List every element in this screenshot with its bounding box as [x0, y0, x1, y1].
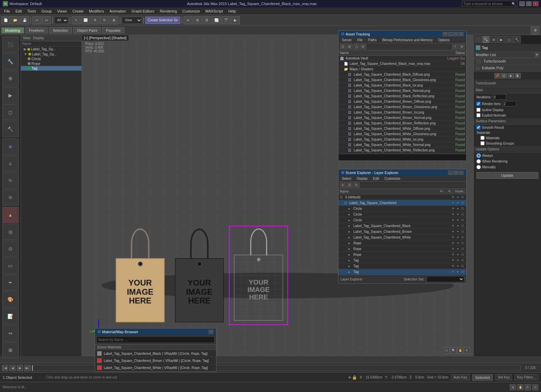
explicit-normals-checkbox[interactable]	[476, 113, 480, 117]
menu-edit[interactable]: Edit	[13, 8, 25, 14]
key-filters-btn[interactable]: Key Filters...	[515, 374, 538, 380]
se-row[interactable]: ● Tag ✱ ● ⊡	[338, 263, 466, 269]
create-panel-btn[interactable]: ⬛	[2, 36, 19, 53]
asset-row[interactable]: 🖼 Label_Tag_Square_Chamfered_Brown_Norma…	[338, 115, 466, 121]
paint-sel-btn[interactable]: 🎨	[2, 291, 19, 308]
open-btn[interactable]: 📂	[11, 16, 20, 24]
asset-row[interactable]: 🖼 Label_Tag_Square_Chamfered_Brown_lor.p…	[338, 110, 466, 115]
render-setup-btn[interactable]: 🎬	[221, 16, 230, 24]
asset-row[interactable]: 🖼 Label_Tag_Square_Chamfered_White_Gloss…	[338, 131, 466, 137]
scene-view-label[interactable]: View	[23, 36, 30, 40]
at-tool1[interactable]: ⊡	[340, 44, 346, 49]
render-iters-checkbox[interactable]	[476, 102, 480, 106]
at-minimize-btn[interactable]: _	[448, 32, 453, 36]
asset-row[interactable]: 🖼 Label_Tag_Square_Chamfered_White_lor.p…	[338, 137, 466, 142]
always-radio[interactable]	[476, 153, 481, 158]
time-end-btn[interactable]: ▶|	[24, 365, 30, 371]
select-object-btn[interactable]: ▲	[2, 207, 19, 223]
se-row[interactable]: ● Circle ✱ ● ⊡	[338, 217, 466, 223]
create-selection-btn[interactable]: Create Selection Se	[145, 17, 180, 24]
isoline-checkbox[interactable]	[476, 108, 480, 112]
new-btn[interactable]: 📄	[1, 16, 10, 24]
menu-graph-editors[interactable]: Graph Editors	[129, 8, 157, 14]
save-btn[interactable]: 💾	[20, 16, 29, 24]
orbit-btn[interactable]: ↻	[464, 347, 470, 353]
asset-row[interactable]: 🖼 Label_Tag_Square_Chamfered_Black_lor.p…	[338, 83, 466, 88]
at-menu-paths[interactable]: Paths	[366, 38, 379, 42]
make-unique-btn[interactable]: ◈	[508, 73, 514, 78]
move-btn[interactable]: ✛	[91, 16, 99, 24]
render-iters-input[interactable]	[503, 101, 516, 106]
menu-create[interactable]: Create	[70, 8, 86, 14]
se-close-btn[interactable]: ×	[459, 171, 464, 175]
mirror-btn[interactable]: ⇔	[184, 16, 192, 24]
align-btn[interactable]: ⊟	[193, 16, 202, 24]
tab-object-paint[interactable]: Object Paint	[73, 27, 101, 33]
asset-row[interactable]: 🖼 Label_Tag_Square_Chamfered_Brown_Diffu…	[338, 99, 466, 104]
se-maximize-btn[interactable]: □	[453, 171, 458, 175]
remove-modifier-btn[interactable]: 🗑	[515, 73, 521, 78]
material-row[interactable]: Label_Tag_Square_Chamfered_Brown ( VRayM…	[95, 357, 216, 364]
zoom-btn[interactable]: 🔍	[450, 347, 456, 353]
at-help-btn[interactable]: ?	[443, 32, 447, 36]
se-row[interactable]: ● Label_Tag_Square_Chamfered_Brown ✱ ● ⊡	[338, 229, 466, 235]
tab-freeform[interactable]: Freeform	[25, 27, 48, 33]
at-options2[interactable]: ⚙	[459, 44, 465, 49]
snap-toggle-btn[interactable]: ⊞	[2, 139, 19, 155]
view-dropdown[interactable]: View	[122, 17, 142, 24]
time-prev-btn[interactable]: ◀	[9, 365, 16, 371]
se-menu-customize[interactable]: Customize	[382, 176, 402, 181]
rpanel-create[interactable]: ⬛	[474, 36, 482, 43]
select-btn[interactable]: ↖	[72, 16, 80, 24]
viewport-pan-btn[interactable]: ✋	[517, 384, 523, 390]
modifier-edpoly[interactable]: ◻ Editable Poly	[474, 65, 541, 72]
utilities-panel-btn[interactable]: 🔨	[2, 121, 19, 137]
se-minimize-btn[interactable]: _	[448, 171, 453, 175]
redo-btn[interactable]: ↪	[42, 16, 51, 24]
mirror-selected-btn[interactable]: ⇔	[2, 325, 19, 341]
at-menu-server[interactable]: Server	[340, 38, 354, 42]
render-btn[interactable]: ▶	[231, 16, 240, 24]
se-row[interactable]: ● Tag ✱ ● ⊡	[338, 269, 466, 275]
scene-item-tag[interactable]: Tag	[21, 66, 81, 71]
percent-snap-btn[interactable]: %	[2, 172, 19, 189]
update-btn[interactable]: Update	[476, 172, 538, 179]
se-row[interactable]: ● Tag ✱ ● ⊡	[338, 258, 466, 263]
curve-editor-btn[interactable]: 📈	[212, 16, 221, 24]
modifier-dropdown[interactable]: ▼	[535, 53, 539, 57]
minimize-btn[interactable]: _	[519, 1, 525, 6]
pan-btn[interactable]: ✋	[457, 347, 463, 353]
angle-snap-btn[interactable]: ∠	[2, 155, 19, 172]
layer-btn[interactable]: ☰	[203, 16, 211, 24]
menu-tools[interactable]: Tools	[25, 8, 39, 14]
all-dropdown[interactable]: All	[54, 17, 68, 24]
modifier-turbosm[interactable]: ⬛ TurboSmooth	[474, 58, 541, 65]
iterations-input[interactable]	[493, 94, 506, 100]
mat-search-input[interactable]	[96, 336, 215, 343]
se-row[interactable]: ● Rope ✱ ● ⊡	[338, 246, 466, 252]
at-help2[interactable]: ?	[452, 44, 458, 49]
at-menu-options[interactable]: Options	[436, 38, 452, 42]
auto-key-btn[interactable]: Auto Key	[451, 374, 470, 380]
tab-modeling[interactable]: Modeling	[1, 27, 24, 33]
pin-stack-btn[interactable]: 📌	[494, 73, 500, 78]
scene-item-circle[interactable]: Circle	[21, 56, 81, 61]
se-row[interactable]: ● Label_Tag_Square_Chamfered_White ✱ ● ⊡	[338, 235, 466, 240]
asset-row[interactable]: 🖼 Label_Tag_Square_Chamfered_Brown_Refle…	[338, 121, 466, 126]
asset-row[interactable]: 🖼 Label_Tag_Square_Chamfered_White_Refle…	[338, 148, 466, 153]
scene-display-label[interactable]: Display	[33, 36, 44, 40]
set-key-btn[interactable]: Set Key	[495, 374, 512, 380]
time-next-btn[interactable]: ▶	[17, 365, 23, 371]
viewport-zoom-btn[interactable]: ⊞	[510, 384, 516, 390]
rpanel-hierarchy[interactable]: ⊕	[490, 36, 497, 43]
asset-row[interactable]: 🖼 Label_Tag_Square_Chamfered_Black_Diffu…	[338, 72, 466, 77]
materials-checkbox[interactable]	[480, 136, 485, 140]
at-close-btn[interactable]: ×	[459, 32, 464, 36]
asset-row[interactable]: 📁 Maps / Shaders	[338, 67, 466, 72]
asset-row[interactable]: 🖼 Label_Tag_Square_Chamfered_Black_Norma…	[338, 88, 466, 94]
se-menu-display[interactable]: Display	[355, 176, 370, 181]
settings-btn[interactable]: ⚙	[531, 26, 540, 34]
rpanel-motion[interactable]: ▶	[498, 36, 505, 43]
zoom-extents-btn[interactable]: ⊡	[444, 347, 450, 353]
asset-row[interactable]: 🖼 Label_Tag_Square_Chamfered_White_Norma…	[338, 142, 466, 148]
